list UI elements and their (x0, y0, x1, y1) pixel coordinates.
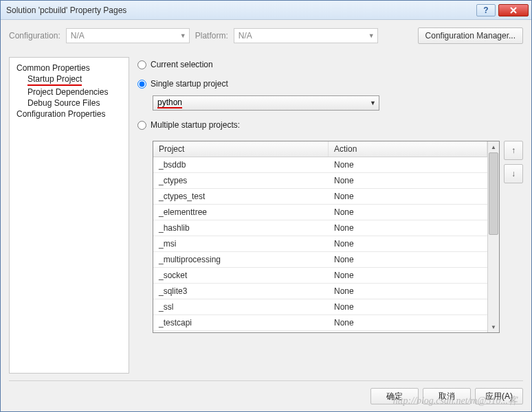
grid-header: Project Action (153, 141, 487, 157)
radio-input-current[interactable] (137, 60, 146, 69)
grid-columns: Project Action _bsddbNone_ctypesNone_cty… (153, 141, 487, 332)
cell-project: _ssl (153, 299, 329, 314)
tree-node-startup-project[interactable]: Startup Project (27, 74, 126, 86)
projects-grid-wrap: Project Action _bsddbNone_ctypesNone_cty… (153, 141, 523, 333)
nav-tree[interactable]: Common Properties Startup Project Projec… (9, 57, 129, 374)
cell-project: _msi (153, 236, 329, 251)
cell-action: None (329, 299, 487, 314)
cell-action: None (329, 189, 487, 204)
tree-node-project-dependencies[interactable]: Project Dependencies (27, 87, 126, 97)
cell-project: _multiprocessing (153, 252, 329, 267)
cell-project: _ctypes (153, 173, 329, 188)
body: Common Properties Startup Project Projec… (1, 52, 531, 374)
titlebar[interactable]: Solution 'pcbuild' Property Pages ? (1, 1, 531, 20)
move-down-button[interactable]: ↓ (504, 164, 523, 183)
arrow-down-icon: ↓ (511, 169, 516, 179)
table-row[interactable]: _sslNone (153, 299, 487, 315)
table-row[interactable]: _hashlibNone (153, 220, 487, 236)
scrollbar[interactable]: ▲ ▼ (487, 141, 499, 332)
table-row[interactable]: _elementtreeNone (153, 205, 487, 220)
grid-body: _bsddbNone_ctypesNone_ctypes_testNone_el… (153, 157, 487, 332)
cell-project: _sqlite3 (153, 284, 329, 299)
chevron-down-icon: ▼ (370, 100, 376, 106)
radio-label-multiple: Multiple startup projects: (151, 120, 240, 130)
arrow-up-icon: ↑ (511, 146, 516, 155)
property-pages-window: Solution 'pcbuild' Property Pages ? Conf… (0, 0, 532, 412)
configuration-label: Configuration: (9, 31, 60, 41)
chevron-down-icon: ▼ (180, 32, 186, 39)
cell-project: _bsddb (153, 157, 329, 172)
cell-project: _hashlib (153, 220, 329, 236)
cell-project: _testcapi (153, 315, 329, 330)
radio-single-startup[interactable]: Single startup project (137, 79, 523, 89)
cell-action: None (329, 157, 487, 172)
radio-label-current: Current selection (151, 60, 213, 69)
table-row[interactable]: _multiprocessingNone (153, 252, 487, 268)
config-row: Configuration: N/A ▼ Platform: N/A ▼ Con… (1, 20, 531, 52)
table-row[interactable]: _ctypes_testNone (153, 189, 487, 205)
footer: 确定 取消 应用(A) http://blog.csdn.net/m@510..… (1, 381, 531, 411)
radio-input-multiple[interactable] (137, 121, 146, 130)
window-buttons: ? (476, 4, 529, 16)
platform-value: N/A (239, 31, 252, 41)
configuration-manager-button[interactable]: Configuration Manager... (418, 27, 523, 44)
table-row[interactable]: _sqlite3None (153, 284, 487, 299)
reorder-buttons: ↑ ↓ (504, 141, 523, 333)
radio-multiple-startup[interactable]: Multiple startup projects: (137, 120, 523, 130)
cell-action: None (329, 220, 487, 236)
radio-input-single[interactable] (137, 80, 146, 89)
table-row[interactable]: _ctypesNone (153, 173, 487, 189)
cancel-button[interactable]: 取消 (423, 388, 471, 404)
cell-action: None (329, 252, 487, 267)
configuration-dropdown[interactable]: N/A ▼ (66, 28, 190, 43)
projects-grid[interactable]: Project Action _bsddbNone_ctypesNone_cty… (153, 141, 500, 333)
cell-action: None (329, 284, 487, 299)
help-button[interactable]: ? (476, 4, 496, 16)
table-row[interactable]: _testcapiNone (153, 315, 487, 331)
tree-node-configuration-properties[interactable]: Configuration Properties (16, 109, 126, 119)
close-button[interactable] (498, 4, 529, 16)
configuration-value: N/A (71, 31, 85, 41)
cell-action: None (329, 205, 487, 220)
window-title: Solution 'pcbuild' Property Pages (6, 5, 476, 15)
platform-dropdown[interactable]: N/A ▼ (234, 28, 378, 43)
cell-action: None (329, 315, 487, 330)
tree-node-common-properties[interactable]: Common Properties (16, 63, 126, 73)
scroll-up-icon[interactable]: ▲ (488, 141, 499, 152)
cell-action: None (329, 268, 487, 283)
apply-button[interactable]: 应用(A) (475, 388, 523, 404)
startup-project-combo[interactable]: python ▼ (153, 95, 379, 111)
table-row[interactable]: _bsddbNone (153, 157, 487, 173)
radio-label-single: Single startup project (151, 79, 228, 89)
main-panel: Current selection Single startup project… (136, 57, 523, 374)
cell-action: None (329, 173, 487, 188)
cell-project: _elementtree (153, 205, 329, 220)
move-up-button[interactable]: ↑ (504, 141, 523, 160)
chevron-down-icon: ▼ (368, 32, 375, 39)
ok-button[interactable]: 确定 (370, 388, 419, 404)
cell-project: _ctypes_test (153, 189, 329, 204)
scrollbar-thumb[interactable] (489, 152, 498, 235)
radio-current-selection[interactable]: Current selection (137, 60, 523, 69)
table-row[interactable]: _socketNone (153, 268, 487, 284)
cell-action: None (329, 236, 487, 251)
tree-node-debug-source-files[interactable]: Debug Source Files (27, 98, 126, 108)
cell-project: _socket (153, 268, 329, 283)
col-header-action[interactable]: Action (329, 141, 487, 157)
col-header-project[interactable]: Project (153, 141, 329, 157)
close-icon (510, 7, 517, 14)
startup-project-value: python (157, 98, 182, 108)
scroll-down-icon[interactable]: ▼ (488, 321, 499, 332)
platform-label: Platform: (195, 31, 228, 41)
table-row[interactable]: _msiNone (153, 236, 487, 252)
